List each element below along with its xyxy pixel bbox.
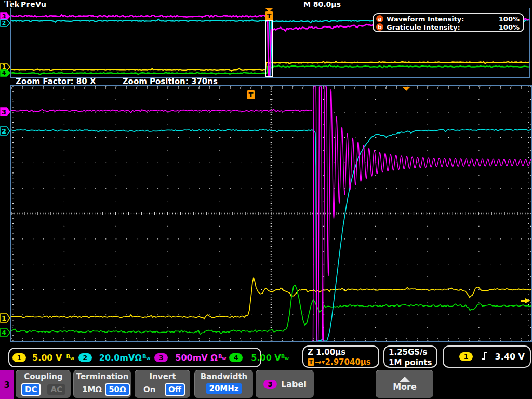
ch3-bw-icon: BW — [218, 354, 226, 361]
timebase-readout: M 80.0µs — [303, 0, 341, 8]
svg-text:3: 3 — [2, 108, 6, 116]
graticule-intensity-value: 100% — [499, 23, 520, 31]
channel-badge-3[interactable]: 3 — [0, 107, 11, 116]
ch1-scale: 5.00 V — [32, 353, 62, 363]
trigger-level-readout: 3.40 V — [495, 352, 525, 362]
menu-button-more[interactable]: More — [376, 370, 433, 398]
channel-badge-4[interactable]: 4 — [0, 328, 11, 337]
option-20mhz[interactable]: 20MHz — [206, 383, 242, 394]
overview-trigger-position-icon[interactable] — [265, 8, 273, 12]
waveform-intensity-label: Waveform Intensity: — [387, 15, 464, 23]
menu-button-invert[interactable]: Invert On Off — [135, 370, 190, 398]
option-off[interactable]: Off — [165, 383, 185, 396]
waveform-intensity-value: 100% — [499, 15, 520, 23]
sample-rate-readout: 1.25GS/s — [389, 347, 432, 357]
graticule-intensity-label: Graticule Intensity: — [387, 23, 460, 31]
trigger-position-icon[interactable] — [402, 87, 410, 91]
ch3-waveform-flat — [11, 109, 312, 113]
acquisition-status: PreVu — [21, 0, 46, 8]
option-50ohm[interactable]: 50Ω — [105, 383, 130, 396]
ch2-bw-icon: BW — [142, 354, 150, 361]
ch4-oval-icon: 4 — [229, 353, 243, 362]
zoom-timebase-box[interactable]: Z 1.00µs T→▼2.97040µs — [302, 345, 379, 368]
option-ac[interactable]: AC — [47, 384, 65, 395]
option-dc[interactable]: DC — [21, 383, 41, 396]
ch2-scale: 20.0mVΩ — [99, 353, 142, 363]
trigger-level-icon[interactable] — [521, 298, 530, 303]
ch2-oval-icon: 2 — [78, 353, 92, 362]
oscilloscope-screen: Tek PreVu M 80.0µs T a Waveform Intensit… — [0, 0, 532, 399]
main-waveforms: T — [11, 86, 531, 341]
zoom-scale-readout: Z 1.00µs — [308, 347, 374, 357]
acquisition-box: 1.25GS/s 1M points — [383, 345, 437, 368]
channel-badge-4[interactable]: 4 — [0, 69, 11, 77]
ch4-bw-icon: BW — [281, 354, 289, 361]
svg-text:4: 4 — [2, 329, 6, 337]
badge-a-icon: a — [376, 15, 383, 22]
channel-readout-bar[interactable]: 1 5.00 V BW 2 20.0mVΩ BW 3 500mV Ω BW 4 … — [8, 348, 261, 367]
ch1-oval-icon: 1 — [12, 353, 26, 362]
channel-badge-2[interactable]: 2 — [0, 126, 11, 136]
ch1-bw-icon: BW — [66, 354, 74, 361]
svg-text:T: T — [267, 12, 272, 20]
zoom-waveform-window[interactable]: T — [10, 85, 532, 342]
menu-tab-channel3[interactable]: 3 — [0, 370, 14, 399]
ch3-label-oval-icon: 3 — [263, 380, 277, 389]
record-length-readout: 1M points — [389, 357, 432, 368]
menu-button-termination[interactable]: Termination 1MΩ 50Ω — [73, 370, 131, 398]
svg-text:T: T — [249, 91, 254, 99]
trigger-delay-readout: T→▼2.97040µs — [308, 357, 374, 367]
svg-text:2: 2 — [2, 20, 6, 26]
trigger-readout-box[interactable]: 1 3.40 V — [443, 345, 531, 368]
option-1mohm[interactable]: 1MΩ — [79, 384, 105, 395]
svg-text:4: 4 — [2, 70, 6, 76]
rising-edge-icon — [481, 351, 488, 363]
header-bar: Tek PreVu M 80.0µs — [0, 0, 532, 8]
trigger-source-oval-icon: 1 — [459, 352, 473, 361]
option-on[interactable]: On — [140, 384, 158, 395]
trigger-t-icon: T — [308, 358, 314, 366]
ch4-scale: 5.00 V — [251, 353, 281, 363]
ch3-oval-icon: 3 — [154, 353, 168, 362]
graticule-intensity-row[interactable]: b Graticule Intensity: 100% — [376, 23, 520, 31]
intensity-panel: a Waveform Intensity: 100% b Graticule I… — [373, 13, 524, 32]
channel-badge-1[interactable]: 1 — [0, 313, 11, 323]
badge-b-icon: b — [376, 23, 383, 31]
svg-text:1: 1 — [2, 314, 6, 322]
menu-button-bandwidth[interactable]: Bandwidth 20MHz — [194, 370, 253, 398]
menu-button-label[interactable]: 3 Label — [256, 370, 314, 398]
ch2-waveform — [11, 129, 531, 341]
svg-text:2: 2 — [2, 127, 6, 135]
ch3-scale: 500mV Ω — [175, 353, 218, 363]
menu-button-coupling[interactable]: Coupling DC AC — [16, 370, 71, 398]
channel-badge-2[interactable]: 2 — [0, 19, 11, 27]
bottom-menu-bar: 3 Coupling DC AC Termination 1MΩ 50Ω Inv… — [0, 370, 532, 399]
waveform-intensity-row[interactable]: a Waveform Intensity: 100% — [376, 15, 520, 23]
